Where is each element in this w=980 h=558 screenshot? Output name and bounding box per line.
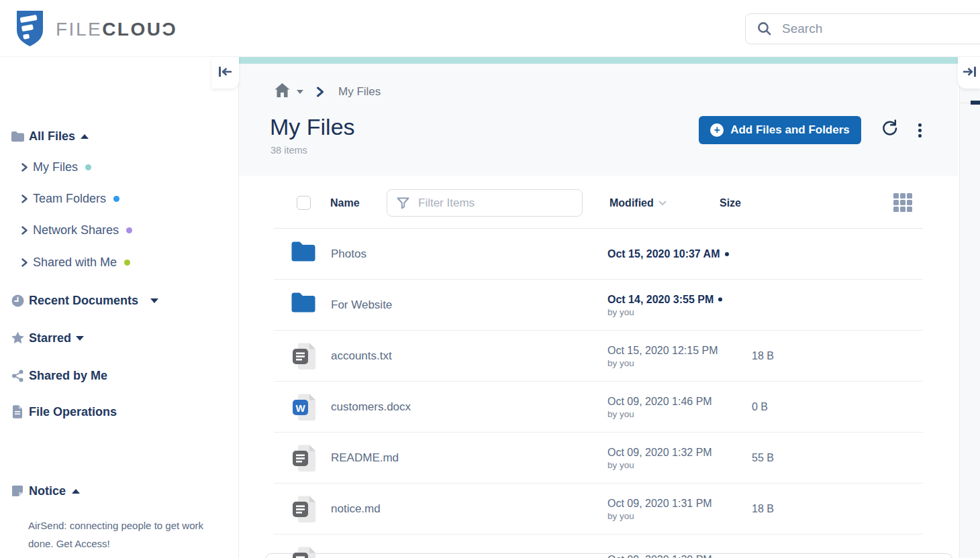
starred-label: Starred [29,331,71,345]
modified-date: Oct 15, 2020 12:15 PM [607,344,718,356]
breadcrumb-current[interactable]: My Files [338,85,381,99]
sidebar-item-file-operations[interactable]: File Operations [0,400,239,423]
table-row[interactable]: Photos Oct 15, 2020 10:37 AM [274,229,923,280]
select-all-checkbox[interactable] [297,196,311,210]
expand-right-icon [962,66,977,80]
collapse-caret-icon [81,134,89,139]
modified-by: by you [607,510,712,520]
filter-box[interactable] [387,189,583,217]
modified-cell: Oct 09, 2020 1:46 PM by you [607,395,712,418]
sidebar-item-all-files[interactable]: All Files [0,125,239,148]
notice-note-icon [10,485,25,497]
modified-by: by you [607,357,718,368]
sidebar-subitem[interactable]: Shared with Me [0,251,239,274]
modified-date: Oct 09, 2020 1:30 PM [607,554,712,558]
file-size: 55 B [752,452,774,464]
sidebar: All Files My Files Team Folders Network … [0,57,239,558]
file-operations-label: File Operations [29,405,117,419]
subitem-label: Shared with Me [33,256,117,270]
column-header-size[interactable]: Size [720,197,741,209]
modified-date: Oct 09, 2020 1:31 PM [607,497,712,509]
modified-cell: Oct 09, 2020 1:31 PM by you [607,497,712,520]
modified-date: Oct 14, 2020 3:55 PM [607,293,722,305]
collapse-caret-icon [72,489,80,494]
refresh-button[interactable] [881,119,899,140]
modified-cell: Oct 09, 2020 1:32 PM by you [607,446,712,469]
filter-input[interactable] [418,197,552,210]
plus-icon: + [710,123,724,137]
sidebar-subitem[interactable]: Network Shares [0,219,239,241]
breadcrumb: My Files [274,82,381,101]
grid-view-button[interactable] [893,193,912,212]
page-title: My Files [270,114,355,140]
search-input[interactable] [782,21,936,36]
sidebar-item-starred[interactable]: Starred [0,327,239,349]
clock-icon [10,294,25,307]
file-size: 18 B [752,350,774,362]
file-type-icon [291,496,317,526]
gutter-scroll-handle[interactable] [971,101,980,105]
file-type-icon [291,292,316,315]
home-menu-caret-icon[interactable] [297,90,303,94]
document-icon [10,405,25,418]
file-type-icon: W [291,394,317,424]
file-name[interactable]: accounts.txt [331,349,392,363]
add-files-button[interactable]: + Add Files and Folders [699,116,861,144]
file-type-icon [291,241,316,264]
table-row[interactable]: W customers.docx Oct 09, 2020 1:46 PM by… [274,382,923,433]
column-header-name[interactable]: Name [330,197,360,209]
search-icon [756,21,773,37]
file-name[interactable]: customers.docx [331,400,411,414]
table-row[interactable]: notice.md Oct 09, 2020 1:31 PM by you 18… [274,484,923,535]
table-row[interactable]: accounts.txt Oct 15, 2020 12:15 PM by yo… [274,331,923,382]
sort-chevron-icon [658,201,667,206]
table-row[interactable]: For Website Oct 14, 2020 3:55 PM by you [274,280,923,331]
collapse-left-icon [218,66,233,80]
chevron-right-icon[interactable] [21,194,28,204]
svg-text:W: W [295,402,305,414]
top-bar: FILECLOUƆ [0,0,980,57]
file-type-icon [291,445,317,475]
star-icon [10,331,25,345]
sidebar-item-recent-documents[interactable]: Recent Documents [0,289,239,312]
expand-caret-icon [76,336,84,341]
file-name[interactable]: Photos [331,247,366,261]
funnel-icon [397,197,409,209]
more-options-button[interactable] [917,122,923,139]
file-size: 0 B [752,401,768,413]
file-rows: Photos Oct 15, 2020 10:37 AM For Website… [274,229,923,558]
global-search[interactable] [745,13,980,44]
chevron-right-icon[interactable] [21,258,28,268]
file-name[interactable]: README.md [331,451,399,465]
sidebar-item-notice[interactable]: Notice [0,480,239,502]
right-panel-expand-button[interactable] [958,57,980,89]
breadcrumb-chevron-icon [316,87,324,97]
table-header: Name Modified Size [274,176,923,229]
status-dot [85,164,91,170]
recent-documents-label: Recent Documents [29,294,138,308]
folder-icon [10,131,25,142]
file-size: 18 B [752,503,774,515]
right-panel-gutter [959,57,980,558]
sidebar-subitem[interactable]: My Files [0,156,239,178]
modified-cell: Oct 15, 2020 10:37 AM [607,248,729,260]
modified-cell: Oct 09, 2020 1:30 PM [607,554,712,558]
file-table: Name Modified Size Photos Oct 15, 2020 1… [274,176,923,558]
notice-message[interactable]: AirSend: connecting people to get work d… [28,516,222,553]
chevron-right-icon[interactable] [21,162,28,172]
table-row[interactable]: README.md Oct 09, 2020 1:32 PM by you 55… [274,433,923,484]
notice-label: Notice [29,484,66,498]
sidebar-item-shared-by-me[interactable]: Shared by Me [0,364,239,387]
sidebar-subitem[interactable]: Team Folders [0,187,239,210]
home-icon[interactable] [274,82,291,101]
file-name[interactable]: For Website [331,298,392,312]
recent-change-dot [725,252,729,256]
expand-caret-icon [150,298,158,303]
chevron-right-icon[interactable] [21,225,28,235]
file-name[interactable]: notice.md [331,502,381,516]
filecloud-logo[interactable]: FILECLOUƆ [15,9,177,50]
sidebar-collapse-button[interactable] [211,57,239,89]
table-row[interactable]: Oct 09, 2020 1:30 PM [274,535,923,558]
column-header-modified[interactable]: Modified [609,197,667,209]
status-dot [126,227,132,233]
